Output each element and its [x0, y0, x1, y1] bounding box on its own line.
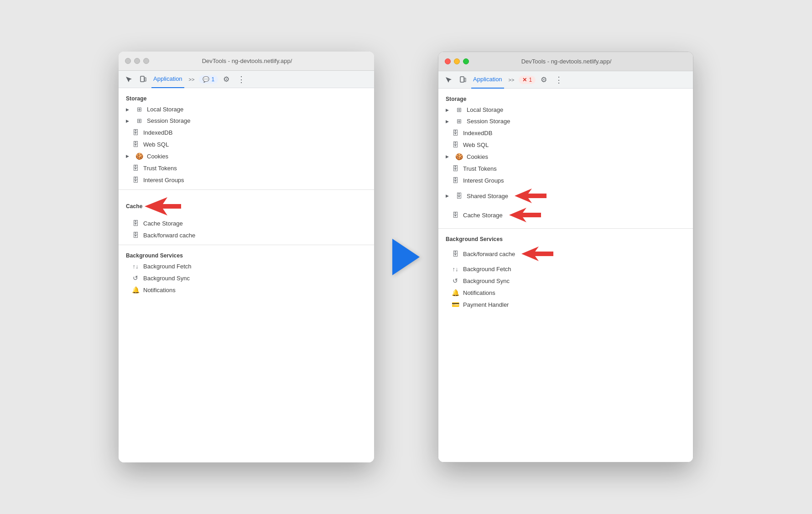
- svg-marker-5: [515, 189, 547, 203]
- svg-rect-0: [141, 76, 144, 82]
- right-interest-groups-item[interactable]: 🗄 Interest Groups: [438, 174, 693, 186]
- right-more-tabs[interactable]: >>: [506, 75, 517, 84]
- trust-tokens-icon: 🗄: [131, 164, 140, 172]
- right-cookies-item[interactable]: ▶ 🍪 Cookies: [438, 151, 693, 163]
- local-storage-icon: ⊞: [135, 106, 143, 113]
- right-application-tab[interactable]: Application: [471, 71, 504, 89]
- cookies-label: Cookies: [147, 153, 168, 160]
- shared-storage-red-arrow: [515, 189, 547, 203]
- right-local-storage-arrow-icon: ▶: [446, 108, 451, 112]
- right-local-storage-icon: ⊞: [455, 106, 463, 113]
- right-websql-label: Web SQL: [463, 142, 489, 148]
- left-cache-red-arrow: [145, 197, 181, 215]
- right-bg-sync-item[interactable]: ↺ Background Sync: [438, 275, 693, 287]
- left-window-title: DevTools - ng-devtools.netlify.app/: [126, 58, 368, 64]
- right-bg-sync-icon: ↺: [451, 277, 459, 284]
- left-more-tabs[interactable]: >>: [186, 75, 198, 84]
- right-notifications-item[interactable]: 🔔 Notifications: [438, 287, 693, 299]
- right-backforward-icon: 🗄: [451, 250, 459, 257]
- left-bg-sync-item[interactable]: ↺ Background Sync: [119, 272, 374, 284]
- svg-marker-7: [521, 247, 553, 261]
- left-badge[interactable]: 💬 1: [199, 75, 218, 84]
- left-local-storage-item[interactable]: ▶ ⊞ Local Storage: [119, 104, 374, 115]
- left-cookies-item[interactable]: ▶ 🍪 Cookies: [119, 150, 374, 162]
- right-bg-fetch-icon: ↑↓: [451, 266, 459, 273]
- left-trust-tokens-item[interactable]: 🗄 Trust Tokens: [119, 162, 374, 174]
- left-settings-icon[interactable]: ⚙: [220, 73, 233, 86]
- cookies-arrow-icon: ▶: [126, 154, 131, 158]
- left-cache-storage-item[interactable]: 🗄 Cache Storage: [119, 217, 374, 229]
- left-indexeddb-item[interactable]: 🗄 IndexedDB: [119, 126, 374, 138]
- left-session-storage-item[interactable]: ▶ ⊞ Session Storage: [119, 115, 374, 126]
- left-websql-item[interactable]: 🗄 Web SQL: [119, 138, 374, 150]
- right-badge-count: 1: [529, 77, 532, 83]
- left-more-icon[interactable]: ⋮: [234, 73, 247, 86]
- right-cache-storage-icon: 🗄: [451, 211, 459, 219]
- left-backforward-cache-item[interactable]: 🗄 Back/forward cache: [119, 229, 374, 241]
- right-websql-item[interactable]: 🗄 Web SQL: [438, 139, 693, 151]
- left-bg-sync-label: Background Sync: [143, 275, 190, 282]
- right-bg-fetch-item[interactable]: ↑↓ Background Fetch: [438, 263, 693, 275]
- left-notifications-icon: 🔔: [131, 286, 140, 294]
- left-cache-storage-icon: 🗄: [131, 220, 140, 227]
- right-sidebar[interactable]: Storage ▶ ⊞ Local Storage ▶ ⊞ Session St…: [438, 89, 693, 462]
- right-local-storage-item[interactable]: ▶ ⊞ Local Storage: [438, 104, 693, 115]
- indexeddb-icon: 🗄: [131, 129, 140, 136]
- right-inspect-icon[interactable]: [442, 73, 455, 86]
- right-trust-tokens-label: Trust Tokens: [463, 165, 497, 172]
- left-bg-fetch-item[interactable]: ↑↓ Background Fetch: [119, 261, 374, 272]
- left-device-icon[interactable]: [137, 73, 150, 86]
- left-sidebar[interactable]: Storage ▶ ⊞ Local Storage ▶ ⊞ Session St…: [119, 88, 374, 462]
- right-payment-handler-icon: 💳: [451, 301, 459, 308]
- session-storage-arrow-icon: ▶: [126, 119, 131, 123]
- right-cookies-icon: 🍪: [455, 153, 463, 160]
- left-divider-2: [119, 245, 374, 245]
- right-trust-tokens-item[interactable]: 🗄 Trust Tokens: [438, 163, 693, 174]
- websql-icon: 🗄: [131, 141, 140, 148]
- left-interest-groups-label: Interest Groups: [143, 177, 184, 184]
- right-interest-groups-icon: 🗄: [451, 177, 459, 184]
- right-payment-handler-item[interactable]: 💳 Payment Handler: [438, 299, 693, 310]
- left-bg-sync-icon: ↺: [131, 274, 140, 282]
- left-divider-1: [119, 189, 374, 190]
- right-shared-storage-item[interactable]: ▶ 🗄 Shared Storage: [438, 186, 693, 205]
- right-trust-tokens-icon: 🗄: [451, 165, 459, 172]
- left-title-bar: DevTools - ng-devtools.netlify.app/: [119, 52, 374, 71]
- blue-arrow-icon: [392, 239, 420, 275]
- right-cookies-arrow-icon: ▶: [446, 154, 451, 159]
- left-devtools-toolbar: Application >> 💬 1 ⚙ ⋮: [119, 71, 374, 88]
- right-badge[interactable]: ✕ 1: [519, 76, 536, 84]
- svg-rect-1: [145, 78, 146, 81]
- right-session-storage-label: Session Storage: [467, 118, 510, 125]
- trust-tokens-label: Trust Tokens: [143, 165, 177, 172]
- svg-marker-2: [145, 197, 181, 215]
- right-more-icon[interactable]: ⋮: [552, 73, 565, 86]
- direction-arrow: [392, 239, 420, 275]
- right-window-title: DevTools - ng-devtools.netlify.app/: [446, 58, 687, 65]
- right-device-icon[interactable]: [457, 73, 469, 86]
- svg-rect-4: [464, 78, 466, 82]
- left-bg-services-header: Background Services: [119, 249, 374, 261]
- right-interest-groups-label: Interest Groups: [463, 177, 504, 184]
- right-indexeddb-item[interactable]: 🗄 IndexedDB: [438, 127, 693, 139]
- left-badge-icon: 💬: [203, 76, 209, 83]
- right-notifications-icon: 🔔: [451, 289, 459, 296]
- left-badge-count: 1: [211, 76, 214, 83]
- right-badge-icon: ✕: [522, 77, 527, 83]
- cache-storage-red-arrow: [509, 208, 541, 222]
- left-bg-fetch-label: Background Fetch: [143, 263, 192, 270]
- left-backforward-label: Back/forward cache: [143, 232, 195, 239]
- right-backforward-cache-item[interactable]: 🗄 Back/forward cache: [438, 244, 693, 263]
- left-inspect-icon[interactable]: [122, 73, 135, 86]
- right-bg-services-header: Background Services: [438, 232, 693, 244]
- right-settings-icon[interactable]: ⚙: [537, 73, 550, 86]
- right-storage-header: Storage: [438, 92, 693, 104]
- right-session-storage-item[interactable]: ▶ ⊞ Session Storage: [438, 115, 693, 127]
- left-application-tab[interactable]: Application: [151, 71, 184, 88]
- right-backforward-label: Back/forward cache: [463, 251, 515, 257]
- left-notifications-label: Notifications: [143, 287, 176, 294]
- right-cache-storage-item[interactable]: 🗄 Cache Storage: [438, 205, 693, 225]
- right-payment-handler-label: Payment Handler: [463, 301, 509, 308]
- left-interest-groups-item[interactable]: 🗄 Interest Groups: [119, 174, 374, 186]
- left-notifications-item[interactable]: 🔔 Notifications: [119, 284, 374, 296]
